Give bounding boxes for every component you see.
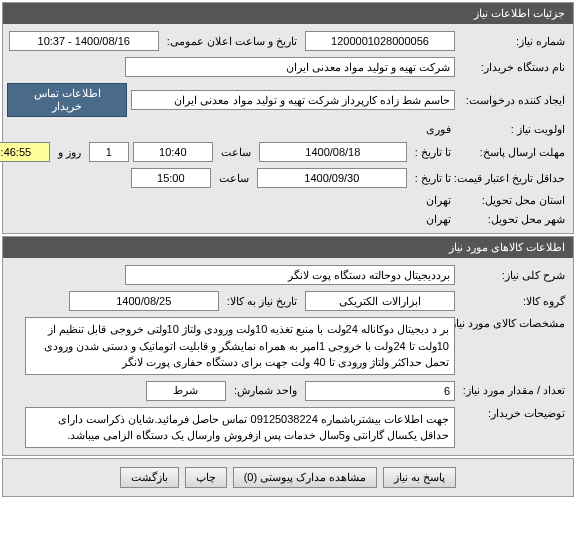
city-value: تهران bbox=[422, 213, 455, 226]
credit-todate: تا تاریخ : bbox=[411, 172, 455, 185]
needdate-field[interactable] bbox=[69, 291, 219, 311]
goods-info-panel: اطلاعات کالاهای مورد نیاز شرح کلی نیاز: … bbox=[2, 236, 574, 456]
desc-field[interactable] bbox=[125, 265, 455, 285]
requester-field[interactable] bbox=[131, 90, 455, 110]
qty-label: تعداد / مقدار مورد نیاز: bbox=[459, 384, 569, 397]
deadline-todate: تا تاریخ : bbox=[411, 146, 455, 159]
city-label: شهر محل تحویل: bbox=[459, 213, 569, 226]
deadline-time-label: ساعت bbox=[217, 146, 255, 159]
spec-label: مشخصات کالای مورد نیاز: bbox=[459, 317, 569, 330]
credit-label: حداقل تاریخ اعتبار قیمت: bbox=[459, 172, 569, 185]
panel2-body: شرح کلی نیاز: گروه کالا: تاریخ نیاز به ک… bbox=[3, 258, 573, 455]
reply-button[interactable]: پاسخ به نیاز bbox=[383, 467, 456, 488]
province-value: تهران bbox=[422, 194, 455, 207]
credit-time-label: ساعت bbox=[215, 172, 253, 185]
announce-field[interactable] bbox=[9, 31, 159, 51]
unit-label: واحد شمارش: bbox=[230, 384, 301, 397]
province-label: استان محل تحویل: bbox=[459, 194, 569, 207]
qty-field[interactable] bbox=[305, 381, 455, 401]
buyer-label: نام دستگاه خریدار: bbox=[459, 61, 569, 74]
deadline-remain-field[interactable] bbox=[0, 142, 50, 162]
notes-label: توضیحات خریدار: bbox=[459, 407, 569, 420]
need-details-panel: جزئیات اطلاعات نیاز شماره نیاز: تاریخ و … bbox=[2, 2, 574, 234]
deadline-time-field[interactable] bbox=[133, 142, 213, 162]
req-number-field[interactable] bbox=[305, 31, 455, 51]
buyer-field[interactable] bbox=[125, 57, 455, 77]
panel2-title: اطلاعات کالاهای مورد نیاز bbox=[3, 237, 573, 258]
spec-textarea[interactable]: بر د دیجیتال دوکاناله 24ولت با منبع تغذی… bbox=[25, 317, 455, 375]
deadline-date-field[interactable] bbox=[259, 142, 407, 162]
desc-label: شرح کلی نیاز: bbox=[459, 269, 569, 282]
buyer-contact-button[interactable]: اطلاعات تماس خریدار bbox=[7, 83, 127, 117]
requester-label: ایجاد کننده درخواست: bbox=[459, 94, 569, 107]
button-bar: پاسخ به نیاز مشاهده مدارک پیوستی (0) چاپ… bbox=[2, 458, 574, 497]
deadline-days-field[interactable] bbox=[89, 142, 129, 162]
priority-label: اولویت نیاز : bbox=[459, 123, 569, 136]
credit-time-field[interactable] bbox=[131, 168, 211, 188]
priority-value: فوری bbox=[422, 123, 455, 136]
needdate-label: تاریخ نیاز به کالا: bbox=[223, 295, 301, 308]
deadline-days-label: روز و bbox=[54, 146, 85, 159]
deadline-label: مهلت ارسال پاسخ: bbox=[459, 146, 569, 159]
announce-label: تاریخ و ساعت اعلان عمومی: bbox=[163, 35, 301, 48]
back-button[interactable]: بازگشت bbox=[120, 467, 179, 488]
attachments-button[interactable]: مشاهده مدارک پیوستی (0) bbox=[233, 467, 378, 488]
print-button[interactable]: چاپ bbox=[185, 467, 227, 488]
credit-date-field[interactable] bbox=[257, 168, 407, 188]
unit-field[interactable] bbox=[146, 381, 226, 401]
panel1-title: جزئیات اطلاعات نیاز bbox=[3, 3, 573, 24]
group-label: گروه کالا: bbox=[459, 295, 569, 308]
req-number-label: شماره نیاز: bbox=[459, 35, 569, 48]
group-field[interactable] bbox=[305, 291, 455, 311]
notes-textarea[interactable]: جهت اطلاعات بیشترباشماره 09125038224 تما… bbox=[25, 407, 455, 448]
panel1-body: شماره نیاز: تاریخ و ساعت اعلان عمومی: نا… bbox=[3, 24, 573, 233]
